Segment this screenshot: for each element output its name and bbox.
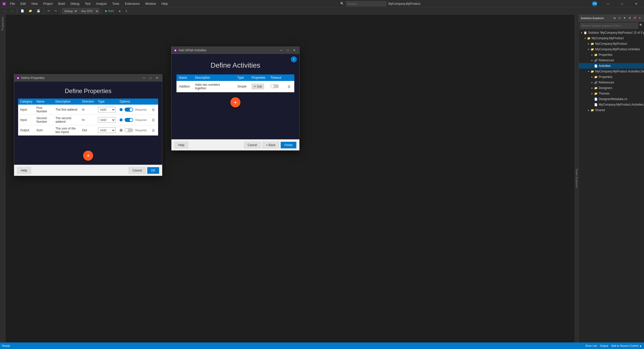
label-mmp2: MyCompany.MyProduct (595, 42, 627, 46)
menu-help[interactable]: Help (160, 2, 169, 6)
dialog-add-uipath-close[interactable]: ✕ (291, 48, 297, 53)
help-button-add[interactable]: Help (174, 142, 188, 148)
se-close-se-btn[interactable]: ✕ (637, 16, 642, 20)
props-table-header-row: Category Name Description Direction Type… (18, 99, 158, 105)
dialog-define-props-minimize[interactable]: — (141, 75, 147, 80)
add-property-button[interactable]: + (83, 151, 93, 161)
tree-mycompany-myproduct[interactable]: ▼ 📁 MyCompany.MyProduct (579, 35, 644, 41)
menu-project[interactable]: Project (42, 2, 54, 6)
menu-test[interactable]: Test (84, 2, 91, 6)
dialog-define-props-titlebar: ◆ Define Properties — □ ✕ (14, 74, 162, 81)
share-icon[interactable]: ⇧ (291, 56, 297, 62)
se-pin-btn[interactable]: 📌 (632, 16, 637, 20)
user-avatar: DM (592, 1, 597, 6)
maximize-button[interactable]: □ (616, 0, 628, 8)
r2-type-select[interactable]: Int32 (98, 117, 116, 123)
menu-build[interactable]: Build (57, 2, 66, 6)
r3-type: Int32 (96, 125, 118, 136)
r3-type-select[interactable]: Int32 (98, 127, 116, 133)
close-button[interactable]: ✕ (630, 0, 642, 8)
r1-type-select[interactable]: Int32 (98, 107, 116, 112)
r2-direction: In (80, 115, 96, 125)
timeout-toggle[interactable] (270, 84, 279, 88)
bookmark-button[interactable]: ● (117, 8, 122, 14)
tree-mmp2[interactable]: ► 📁 MyCompany.MyProduct (579, 41, 644, 47)
r1-required-toggle[interactable] (125, 108, 133, 112)
tree-references-2[interactable]: ► 🔗 References (579, 80, 644, 85)
tree-themes[interactable]: ► 📁 Themes (579, 91, 644, 96)
tree-activities-file[interactable]: ► 📄 Activities (579, 63, 644, 69)
dialog-add-uipath-maximize[interactable]: □ (285, 48, 291, 53)
menu-file[interactable]: File (9, 2, 16, 6)
add-activity-button[interactable]: + (230, 97, 240, 107)
dialog-define-props-maximize[interactable]: □ (148, 75, 154, 80)
menu-view[interactable]: View (30, 2, 39, 6)
menu-debug[interactable]: Debug (69, 2, 80, 6)
r2-required-toggle[interactable] (125, 118, 133, 122)
menu-extensions[interactable]: Extensions (124, 2, 141, 6)
arrow-references-2: ► (590, 81, 594, 84)
tree-properties-1[interactable]: ► 📁 Properties (579, 52, 644, 58)
menu-edit[interactable]: Edit (19, 2, 27, 6)
new-project-button[interactable]: 📄 (19, 8, 26, 14)
finish-button-add[interactable]: Finish (281, 142, 296, 148)
error-list-link[interactable]: Error List (586, 344, 597, 347)
r1-delete: 🗑 (149, 105, 158, 115)
start-button[interactable]: ▶ Start (103, 8, 116, 14)
tree-activities-design[interactable]: ▼ 📁 MyCompany.MyProduct.Activities.Desig… (579, 69, 644, 74)
back-button-add[interactable]: < Back (262, 142, 279, 148)
open-button[interactable]: 📁 (27, 8, 34, 14)
tree-designers[interactable]: ► 📁 Designers (579, 85, 644, 91)
icon-activities-design: 📁 (590, 69, 594, 73)
cancel-button-add[interactable]: Cancel (244, 142, 261, 148)
dialog-define-props-close[interactable]: ✕ (154, 75, 160, 80)
properties-panel-tab[interactable]: Properties (1, 17, 4, 31)
se-search-icon[interactable]: 🔍 (639, 23, 643, 27)
step-button[interactable]: ⇓ (123, 8, 129, 14)
se-filter-btn[interactable]: ▼ (622, 16, 627, 20)
delete-row-button[interactable]: 🗑 (286, 84, 292, 89)
tree-solution-root[interactable]: ▼ 📋 Solution 'MyCompany.MyProduct' (5 of… (579, 30, 644, 35)
tree-properties-2[interactable]: ► 📁 Properties (579, 74, 644, 80)
se-settings-btn[interactable]: ⚙ (627, 16, 632, 20)
edit-properties-button[interactable]: ✏ Edit (252, 84, 264, 89)
tree-references-1[interactable]: ► 🔗 References (579, 58, 644, 63)
r3-required-toggle[interactable] (125, 128, 133, 132)
cpu-select[interactable]: Any CPU (79, 8, 99, 14)
tree-designer-metadata[interactable]: ► 📄 DesignerMetadata.cs (579, 96, 644, 102)
title-bar-left: ◆ File Edit View Project Build Debug Tes… (2, 2, 169, 6)
r2-color-dot (120, 118, 123, 121)
tree-activities-proj[interactable]: ▼ 📁 MyCompany.MyProduct.Activities (579, 47, 644, 52)
r1-required-label: Required (135, 108, 147, 111)
se-collapse-btn[interactable]: ↹ (612, 16, 617, 20)
tree-shared[interactable]: ► 📁 Shared (579, 107, 644, 113)
se-search-input[interactable] (580, 23, 638, 29)
forward-button[interactable]: → (9, 8, 15, 14)
menu-analyze[interactable]: Analyze (95, 2, 108, 6)
r3-delete-button[interactable]: 🗑 (151, 127, 156, 133)
cancel-button-props[interactable]: Cancel (129, 167, 146, 174)
tree-nusp[interactable]: ► 📄 MyCompany.MyProduct.Activities.Desig… (579, 102, 644, 107)
main-layout: Properties Team Explorer Solution Explor… (0, 15, 644, 342)
undo-button[interactable]: ↩ (46, 8, 52, 14)
back-button[interactable]: ← (2, 8, 8, 14)
se-sync-btn[interactable]: ↻ (617, 16, 622, 20)
save-all-button[interactable]: 💾 (35, 8, 42, 14)
dialog-add-uipath-minimize[interactable]: — (278, 48, 284, 53)
minimize-button[interactable]: — (602, 0, 614, 8)
debug-config-select[interactable]: Debug (62, 8, 78, 14)
redo-button[interactable]: ↪ (53, 8, 58, 14)
activities-table: Name Description Type Properties Timeout… (176, 74, 294, 92)
team-explorer-tab[interactable]: Team Explorer (575, 169, 578, 188)
menu-window[interactable]: Window (144, 2, 157, 6)
menu-tools[interactable]: Tools (111, 2, 120, 6)
label-references-2: References (599, 81, 614, 84)
source-control-link[interactable]: Add to Source Control ▲ (611, 344, 642, 347)
ok-button-props[interactable]: OK (147, 167, 159, 174)
r2-delete-button[interactable]: 🗑 (151, 117, 156, 123)
r1-delete-button[interactable]: 🗑 (151, 107, 156, 112)
output-link[interactable]: Output (600, 344, 608, 347)
search-input[interactable] (346, 1, 386, 6)
help-button-props[interactable]: Help (17, 167, 31, 174)
r3-color-dot (120, 129, 123, 132)
